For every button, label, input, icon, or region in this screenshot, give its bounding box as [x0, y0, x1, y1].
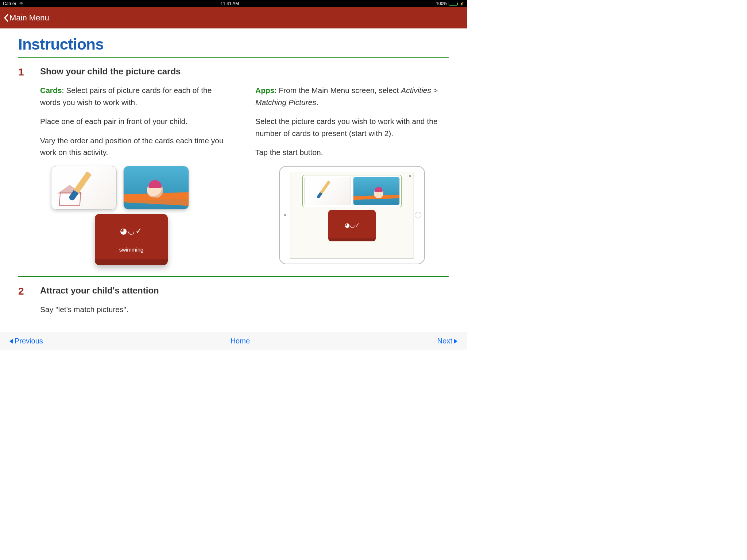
- cards-p2: Place one of each pair in front of your …: [40, 116, 233, 128]
- picture-card-swimming: [123, 166, 189, 210]
- content-scroll[interactable]: Instructions 1 Show your child the pictu…: [0, 28, 467, 332]
- triangle-right-icon: [454, 339, 457, 344]
- triangle-left-icon: [9, 339, 13, 344]
- apps-label: Apps: [255, 86, 275, 94]
- step-heading: Show your child the picture cards: [40, 66, 449, 77]
- ipad-illustration: ✕ ◕◡✓: [279, 166, 425, 264]
- apps-p1a: : From the Main Menu screen, select: [275, 86, 401, 94]
- previous-label: Previous: [15, 337, 43, 345]
- mini-word-card: ◕◡✓: [328, 210, 376, 241]
- back-button[interactable]: Main Menu: [4, 13, 49, 23]
- battery-icon: [449, 2, 457, 6]
- divider: [18, 57, 449, 58]
- word-card-label: swimming: [119, 245, 144, 254]
- next-label: Next: [437, 337, 452, 345]
- previous-button[interactable]: Previous: [9, 337, 43, 345]
- apps-column: Apps: From the Main Menu screen, select …: [255, 85, 449, 265]
- step2-p1: Say "let's match pictures".: [40, 304, 449, 316]
- close-icon: ✕: [409, 174, 411, 179]
- apps-p3: Tap the start button.: [255, 147, 449, 159]
- carrier-label: Carrier: [3, 1, 16, 6]
- cards-label: Cards: [40, 86, 62, 94]
- cards-p3: Vary the order and position of the cards…: [40, 135, 233, 159]
- chevron-left-icon: [4, 13, 9, 22]
- mini-card-drawing: [304, 177, 351, 205]
- bottom-toolbar: Previous Home Next: [0, 332, 467, 350]
- step-heading: Attract your child's attention: [40, 285, 449, 296]
- back-label: Main Menu: [9, 13, 49, 23]
- step-2: 2 Attract your child's attention Say "le…: [18, 285, 449, 323]
- battery-percent: 100%: [436, 1, 447, 6]
- word-card-swimming: ◕◡✓ swimming: [95, 214, 168, 265]
- step-number: 2: [18, 285, 26, 323]
- mini-card-swimming: [353, 177, 400, 205]
- charging-icon: ⚡: [460, 2, 464, 6]
- picture-cards-row: [51, 166, 233, 210]
- step-number: 1: [18, 66, 26, 265]
- apps-p1b: .: [316, 98, 318, 106]
- home-label: Home: [231, 337, 250, 345]
- smiley-icon: ◕◡✓: [345, 221, 360, 230]
- step-1: 1 Show your child the picture cards Card…: [18, 66, 449, 265]
- apps-p2: Select the picture cards you wish to wor…: [255, 116, 449, 139]
- next-button[interactable]: Next: [437, 337, 457, 345]
- wifi-icon: [19, 1, 24, 7]
- status-bar: Carrier 11:41 AM 100% ⚡: [0, 0, 467, 7]
- home-button[interactable]: Home: [231, 337, 250, 345]
- status-time: 11:41 AM: [221, 1, 239, 6]
- cards-column: Cards: Select pairs of picture cards for…: [40, 85, 233, 265]
- page-title: Instructions: [18, 36, 449, 53]
- divider: [18, 276, 449, 277]
- nav-bar: Main Menu: [0, 7, 467, 28]
- picture-card-drawing: [51, 166, 117, 210]
- smiley-icon: ◕◡✓: [120, 225, 143, 237]
- cards-p1: : Select pairs of picture cards for each…: [40, 86, 212, 106]
